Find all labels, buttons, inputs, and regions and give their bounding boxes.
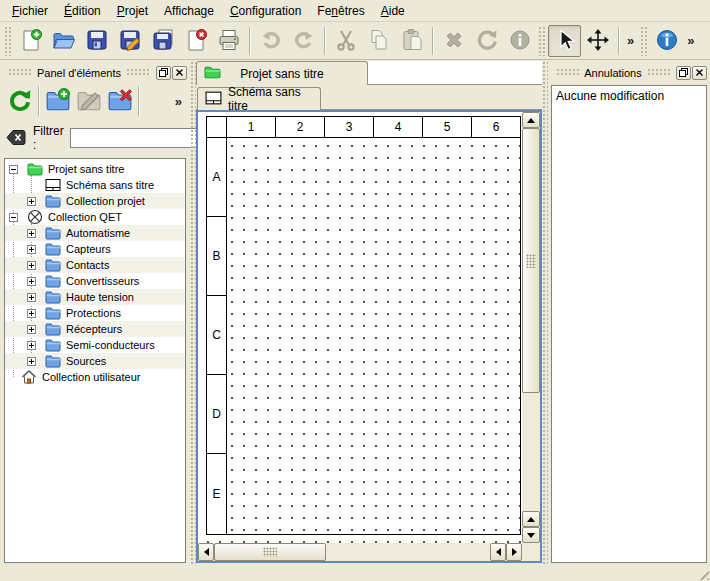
diagram-cells[interactable] — [227, 138, 519, 534]
reload-collections-button[interactable] — [4, 86, 35, 117]
new-document-button[interactable] — [14, 25, 47, 57]
schema-icon — [45, 177, 61, 193]
print-button[interactable] — [212, 25, 245, 57]
save-all-button[interactable] — [146, 25, 179, 57]
redo-button[interactable] — [287, 25, 320, 57]
toolbar-handle[interactable] — [538, 26, 546, 56]
new-category-button[interactable] — [42, 86, 73, 117]
undo-history-list[interactable]: Aucune modification — [551, 85, 707, 563]
expander-plus-icon[interactable] — [27, 261, 36, 270]
rotate-button[interactable] — [470, 25, 503, 57]
elements-tree[interactable]: Projet sans titre Schéma sans titre Coll… — [4, 158, 186, 563]
folder-green-icon — [27, 161, 43, 177]
scroll-left-button[interactable] — [198, 543, 214, 561]
toolbar-overflow-chevron[interactable]: » — [683, 33, 698, 48]
print-icon — [217, 28, 241, 54]
tree-item-semi-conducteurs[interactable]: Semi-conducteurs — [5, 337, 185, 353]
scroll-down-button[interactable] — [522, 527, 540, 543]
save-floppy-icon — [85, 28, 109, 54]
horizontal-scrollbar[interactable] — [198, 543, 522, 561]
elements-panel-titlebar[interactable]: Panel d'éléments — [3, 63, 187, 82]
tree-item-sources[interactable]: Sources — [5, 353, 185, 369]
toolbar-overflow-chevron[interactable]: » — [623, 33, 638, 48]
scrollbar-corner — [522, 543, 540, 561]
menu-configuration[interactable]: Configuration — [222, 1, 309, 21]
expander-plus-icon[interactable] — [27, 325, 36, 334]
tree-item-capteurs[interactable]: Capteurs — [5, 241, 185, 257]
paste-button[interactable] — [395, 25, 428, 57]
scroll-left-button-2[interactable] — [490, 543, 506, 561]
expander-minus-icon[interactable] — [9, 165, 18, 174]
tab-project[interactable]: Projet sans titre — [196, 61, 368, 85]
copy-button[interactable] — [362, 25, 395, 57]
tree-item-contacts[interactable]: Contacts — [5, 257, 185, 273]
expander-plus-icon[interactable] — [27, 293, 36, 302]
expander-plus-icon[interactable] — [27, 357, 36, 366]
dock-close-button[interactable] — [172, 66, 187, 80]
menu-affichage[interactable]: Affichage — [156, 1, 222, 21]
annulations-dock: Annulations Aucune modification — [548, 61, 710, 565]
select-mode-button[interactable] — [548, 25, 581, 57]
open-project-button[interactable] — [47, 25, 80, 57]
undo-history-item[interactable]: Aucune modification — [552, 87, 706, 105]
tree-item-protections[interactable]: Protections — [5, 305, 185, 321]
diagram-border: 1 2 3 4 5 6 A B C D E — [206, 116, 521, 535]
tree-item-convertisseurs[interactable]: Convertisseurs — [5, 273, 185, 289]
tree-item-schema[interactable]: Schéma sans titre — [5, 177, 185, 193]
element-info-button[interactable] — [503, 25, 536, 57]
expander-plus-icon[interactable] — [27, 229, 36, 238]
folder-blue-icon — [45, 193, 61, 209]
delete-category-button[interactable] — [104, 86, 135, 117]
tree-item-project[interactable]: Projet sans titre — [5, 161, 185, 177]
save-as-button[interactable] — [113, 25, 146, 57]
annulations-titlebar[interactable]: Annulations — [551, 63, 707, 82]
tree-item-automatisme[interactable]: Automatisme — [5, 225, 185, 241]
menu-aide[interactable]: Aide — [373, 1, 413, 21]
menu-edition[interactable]: Édition — [56, 1, 109, 21]
panel-overflow-chevron[interactable]: » — [171, 94, 186, 109]
arrow-up-icon — [527, 118, 535, 123]
diagram-body: A B C D E — [207, 138, 520, 534]
pan-mode-button[interactable] — [581, 25, 614, 57]
menu-projet[interactable]: Projet — [109, 1, 156, 21]
scroll-up-button[interactable] — [522, 112, 540, 128]
about-info-button[interactable] — [650, 25, 683, 57]
expander-plus-icon[interactable] — [27, 341, 36, 350]
save-button[interactable] — [80, 25, 113, 57]
tab-schema[interactable]: Schéma sans titre — [197, 87, 321, 110]
scroll-right-button[interactable] — [506, 543, 522, 561]
scroll-up-button-2[interactable] — [522, 511, 540, 527]
close-file-button[interactable] — [179, 25, 212, 57]
horizontal-scroll-track[interactable] — [326, 543, 490, 561]
folder-blue-icon — [45, 273, 61, 289]
toolbar-handle[interactable] — [4, 26, 12, 56]
dock-close-button[interactable] — [692, 66, 707, 80]
schema-canvas[interactable]: 1 2 3 4 5 6 A B C D E — [198, 112, 522, 543]
dock-float-button[interactable] — [676, 66, 691, 80]
expander-plus-icon[interactable] — [27, 245, 36, 254]
expander-plus-icon[interactable] — [27, 309, 36, 318]
vertical-scrollbar[interactable] — [522, 112, 540, 543]
expander-plus-icon[interactable] — [27, 277, 36, 286]
tree-item-haute-tension[interactable]: Haute tension — [5, 289, 185, 305]
tree-item-collection-qet[interactable]: Collection QET — [5, 209, 185, 225]
vertical-scroll-thumb[interactable] — [522, 128, 540, 393]
tree-item-collection-utilisateur[interactable]: Collection utilisateur — [5, 369, 185, 385]
vertical-scroll-track[interactable] — [522, 393, 540, 511]
delete-button[interactable] — [437, 25, 470, 57]
toolbar-handle[interactable] — [640, 26, 648, 56]
dock-float-button[interactable] — [156, 66, 171, 80]
expander-plus-icon[interactable] — [27, 197, 36, 206]
diagram-column-label: 3 — [325, 117, 374, 137]
menu-fichier[interactable]: Fichier — [4, 1, 56, 21]
edit-category-button[interactable] — [73, 86, 104, 117]
clear-filter-icon[interactable] — [6, 129, 26, 148]
cut-button[interactable] — [329, 25, 362, 57]
tree-item-recepteurs[interactable]: Récepteurs — [5, 321, 185, 337]
horizontal-scroll-thumb[interactable] — [214, 543, 326, 561]
expander-minus-icon[interactable] — [9, 213, 18, 222]
menu-fenetres[interactable]: Fenêtres — [309, 1, 372, 21]
undo-button[interactable] — [254, 25, 287, 57]
resize-grip[interactable] — [696, 567, 709, 580]
tree-item-collection-projet[interactable]: Collection projet — [5, 193, 185, 209]
